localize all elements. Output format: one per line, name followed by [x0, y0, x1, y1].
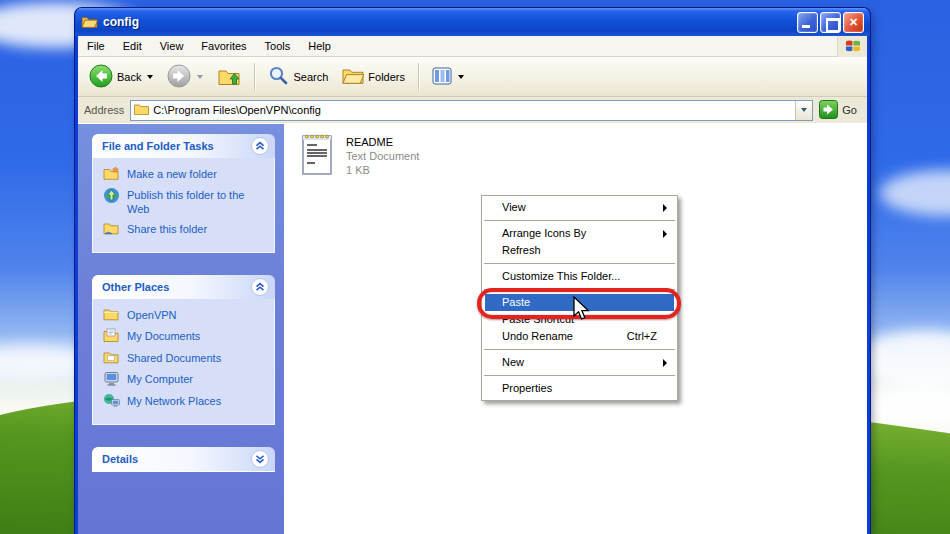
task-publish-folder[interactable]: Publish this folder to the Web — [103, 188, 268, 216]
publish-web-icon — [103, 187, 120, 206]
back-dropdown-icon[interactable] — [147, 75, 153, 79]
file-readme[interactable]: README Text Document 1 KB — [300, 132, 419, 178]
submenu-arrow-icon — [663, 230, 667, 238]
place-label[interactable]: My Computer — [127, 372, 193, 386]
views-button[interactable] — [427, 65, 469, 89]
task-share-folder[interactable]: Share this folder — [103, 222, 268, 238]
panel-file-and-folder-tasks: File and Folder Tasks — [92, 134, 275, 253]
small-folder-icon — [134, 103, 149, 117]
menu-favorites[interactable]: Favorites — [192, 37, 255, 55]
menu-bar: File Edit View Favorites Tools Help — [78, 36, 867, 57]
folder-icon — [103, 307, 120, 323]
search-button[interactable]: Search — [263, 63, 333, 90]
explorer-window: config ✕ File Edit View Favorites Tools … — [75, 8, 870, 534]
address-label: Address — [84, 104, 124, 116]
place-label[interactable]: My Network Places — [127, 394, 221, 408]
open-folder-icon — [81, 14, 98, 30]
task-label[interactable]: Publish this folder to the Web — [127, 188, 268, 216]
menu-tools[interactable]: Tools — [256, 37, 300, 55]
my-computer-icon — [103, 371, 120, 388]
file-name: README — [346, 136, 419, 148]
panel-header[interactable]: Other Places — [92, 275, 275, 299]
place-my-network-places[interactable]: My Network Places — [103, 394, 268, 410]
go-button[interactable]: Go — [819, 100, 861, 121]
go-label: Go — [842, 104, 857, 116]
chevron-up-icon[interactable] — [251, 278, 269, 296]
maximize-button[interactable] — [820, 12, 841, 33]
panel-title: File and Folder Tasks — [102, 140, 214, 152]
desktop: config ✕ File Edit View Favorites Tools … — [0, 0, 950, 534]
context-menu-item-arrange-icons-by[interactable]: Arrange Icons By — [485, 225, 674, 242]
menu-separator — [484, 220, 675, 221]
submenu-arrow-icon — [663, 359, 667, 367]
views-dropdown-icon[interactable] — [458, 75, 464, 79]
task-label[interactable]: Make a new folder — [127, 167, 217, 181]
context-menu-item-new[interactable]: New — [485, 354, 674, 371]
network-places-icon — [103, 393, 120, 410]
panel-header[interactable]: Details — [92, 447, 275, 471]
context-menu-item-view[interactable]: View — [485, 199, 674, 216]
close-button[interactable]: ✕ — [843, 12, 864, 33]
toolbar-separator — [418, 63, 419, 91]
cloud — [860, 385, 950, 427]
windows-logo-icon — [837, 36, 867, 57]
toolbar-separator — [254, 63, 255, 91]
place-label[interactable]: OpenVPN — [127, 308, 177, 322]
context-menu-item-refresh[interactable]: Refresh — [485, 242, 674, 259]
chevron-up-icon[interactable] — [251, 137, 269, 155]
panel-title: Details — [102, 453, 138, 465]
file-size: 1 KB — [346, 164, 419, 176]
shared-documents-icon — [103, 350, 120, 366]
folders-button[interactable]: Folders — [337, 65, 410, 89]
context-menu-item-paste[interactable]: Paste — [485, 294, 674, 311]
menu-view[interactable]: View — [151, 37, 193, 55]
menu-separator — [484, 289, 675, 290]
folder-up-icon — [217, 65, 241, 89]
panel-other-places: Other Places — [92, 275, 275, 425]
panel-header[interactable]: File and Folder Tasks — [92, 134, 275, 158]
up-button[interactable] — [212, 63, 246, 91]
place-label[interactable]: My Documents — [127, 329, 200, 343]
panel-title: Other Places — [102, 281, 169, 293]
minimize-button[interactable] — [797, 12, 818, 33]
address-input[interactable]: C:\Program Files\OpenVPN\config — [130, 100, 813, 121]
address-dropdown-button[interactable] — [795, 101, 812, 120]
menu-help[interactable]: Help — [299, 37, 340, 55]
place-openvpn[interactable]: OpenVPN — [103, 308, 268, 323]
place-label[interactable]: Shared Documents — [127, 351, 221, 365]
task-make-new-folder[interactable]: Make a new folder — [103, 167, 268, 182]
back-button[interactable]: Back — [84, 62, 158, 92]
window-title: config — [103, 15, 139, 29]
chevron-down-icon[interactable] — [251, 450, 269, 468]
address-path: C:\Program Files\OpenVPN\config — [153, 104, 321, 116]
place-my-computer[interactable]: My Computer — [103, 372, 268, 388]
search-label: Search — [293, 71, 328, 83]
folders-label: Folders — [368, 71, 405, 83]
context-menu-item-paste-shortcut[interactable]: Paste Shortcut — [485, 311, 674, 328]
my-documents-icon — [103, 328, 120, 345]
title-bar[interactable]: config ✕ — [75, 8, 870, 36]
menu-edit[interactable]: Edit — [114, 37, 151, 55]
forward-dropdown-icon — [197, 75, 203, 79]
menu-file[interactable]: File — [78, 37, 114, 55]
place-shared-documents[interactable]: Shared Documents — [103, 351, 268, 366]
context-menu-item-customize-this-folder[interactable]: Customize This Folder... — [485, 268, 674, 285]
panel-details: Details — [92, 447, 275, 471]
shortcut-label: Ctrl+Z — [627, 328, 657, 345]
context-menu-item-undo-rename[interactable]: Undo Rename Ctrl+Z — [485, 328, 674, 345]
task-label[interactable]: Share this folder — [127, 222, 207, 236]
menu-separator — [484, 349, 675, 350]
menu-separator — [484, 375, 675, 376]
context-menu-item-properties[interactable]: Properties — [485, 380, 674, 397]
forward-button[interactable] — [162, 62, 208, 92]
file-type: Text Document — [346, 150, 419, 162]
back-icon — [89, 64, 113, 90]
submenu-arrow-icon — [663, 204, 667, 212]
text-document-icon — [300, 132, 334, 178]
new-folder-icon — [103, 166, 120, 182]
cloud — [880, 170, 950, 216]
toolbar: Back — [78, 57, 867, 97]
place-my-documents[interactable]: My Documents — [103, 329, 268, 345]
context-menu: View Arrange Icons By Refresh Customize … — [481, 195, 678, 401]
views-icon — [432, 67, 452, 87]
